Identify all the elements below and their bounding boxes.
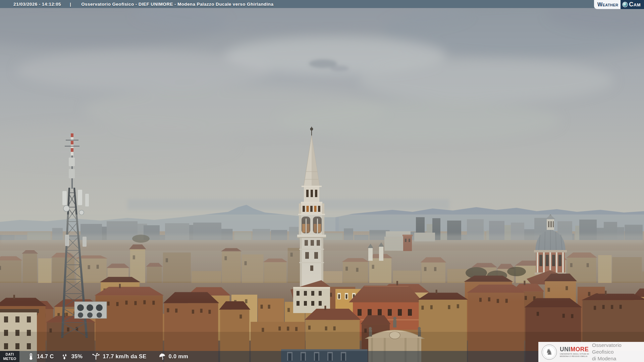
university-name-line2: MODENA E REGGIO EMILIA — [560, 355, 589, 357]
temperature-value: 14.7 C — [37, 353, 54, 360]
timestamp: 21/03/2026 - 14:12:05 — [13, 2, 61, 7]
humidity-reading: 35% — [61, 353, 83, 360]
unimore-more-text: MORE — [571, 346, 589, 353]
weathercam-weather-label: Weather — [594, 0, 621, 9]
webcam-viewer: 21/03/2026 - 14:12:05 | Osservatorio Geo… — [0, 0, 644, 362]
camera-title: Osservatorio Geofisico - DIEF UNIMORE - … — [81, 2, 273, 7]
dati-meteo-badge: DATI METEO — [0, 351, 19, 362]
observatory-name-line1: Osservatorio Geofisico — [592, 342, 644, 355]
observatory-name: Osservatorio Geofisico di Modena — [592, 342, 644, 362]
unimore-brand-panel: ♞ UNIMORE UNIVERSITÀ DEGLI STUDI DI MODE… — [538, 342, 644, 362]
unimore-uni-text: UNI — [560, 346, 571, 353]
unimore-seal-knight-icon: ♞ — [546, 348, 553, 356]
wind-value: 17.7 km/h da SE — [103, 353, 146, 360]
status-bar: 21/03/2026 - 14:12:05 | Osservatorio Geo… — [0, 0, 644, 8]
thermometer-icon — [28, 353, 34, 360]
haze-overlay — [0, 215, 644, 302]
umbrella-icon — [159, 353, 166, 360]
precipitation-value: 0.0 mm — [169, 353, 189, 360]
separator: | — [70, 2, 71, 7]
temperature-reading: 14.7 C — [28, 353, 54, 360]
anemometer-icon — [92, 353, 100, 360]
observatory-name-line2: di Modena — [592, 355, 644, 362]
weathercam-logo: Weather Cam — [594, 0, 644, 9]
water-drops-icon — [61, 353, 68, 360]
webcam-photo — [0, 0, 644, 362]
weathercam-cam-label: Cam — [629, 1, 641, 8]
wind-reading: 17.7 km/h da SE — [92, 353, 146, 360]
camera-lens-icon — [623, 2, 627, 7]
precipitation-reading: 0.0 mm — [159, 353, 189, 360]
dati-label: DATI — [6, 352, 14, 356]
unimore-seal-icon: ♞ — [542, 345, 557, 360]
university-name-line1: UNIVERSITÀ DEGLI STUDI DI — [560, 353, 589, 355]
weathercam-cam-wrap: Cam — [621, 0, 644, 9]
humidity-value: 35% — [71, 353, 83, 360]
meteo-label: METEO — [3, 357, 16, 361]
unimore-wordmark: UNIMORE UNIVERSITÀ DEGLI STUDI DI MODENA… — [560, 347, 589, 358]
